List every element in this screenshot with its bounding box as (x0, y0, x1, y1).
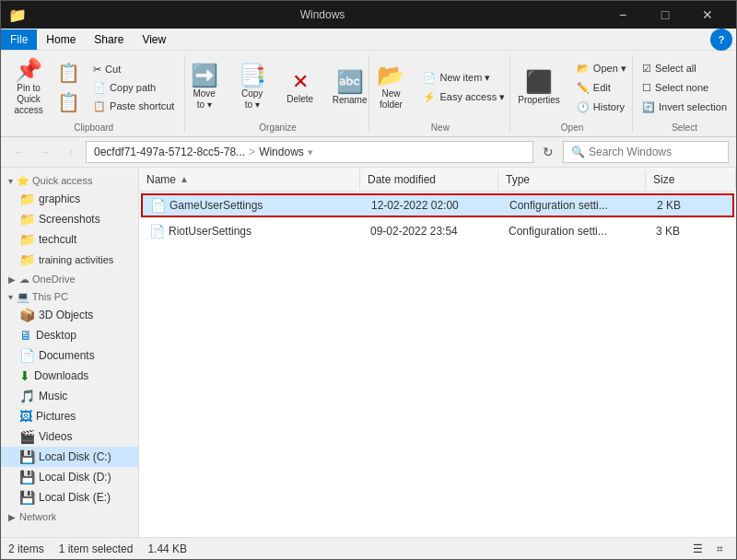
sidebar-item-screenshots[interactable]: 📁 Screenshots (1, 209, 138, 229)
size-info: 1.44 KB (147, 542, 187, 555)
pin-icon: 📌 (15, 59, 42, 81)
history-icon: 🕐 (577, 101, 590, 113)
sidebar-item-graphics[interactable]: 📁 graphics (1, 189, 138, 209)
help-button[interactable]: ? (710, 29, 732, 51)
this-pc-arrow: ▾ (8, 292, 13, 302)
folder-icon: 📁 (19, 212, 35, 227)
network-section[interactable]: ▶ Network (1, 508, 138, 524)
invert-selection-button[interactable]: 🔄 Invert selection (636, 99, 733, 116)
network-label: Network (19, 511, 56, 522)
sidebar-item-desktop[interactable]: 🖥 Desktop (1, 325, 138, 345)
title-bar-text: Windows (43, 8, 602, 21)
this-pc-section[interactable]: ▾ 💻 This PC (1, 287, 138, 305)
network-arrow: ▶ (8, 512, 16, 522)
invert-icon: 🔄 (642, 101, 655, 113)
ribbon-group-clipboard: 📌 Pin to Quickaccess 📋 📋 ✂ (3, 54, 185, 133)
sidebar-item-downloads[interactable]: ⬇ Downloads (1, 366, 138, 386)
folder-icon: 📁 (19, 232, 35, 247)
folder-icon: 🎬 (19, 429, 35, 444)
edit-button[interactable]: ✏️ Edit (570, 79, 633, 97)
select-none-icon: ☐ (642, 82, 651, 94)
main-window: 📁 Windows − □ ✕ File Home Share View ? 📌 (0, 0, 737, 560)
large-icons-view-button[interactable]: ⌗ (710, 540, 729, 558)
rename-button[interactable]: 🔤 Rename (326, 66, 374, 110)
clipboard-items: 📌 Pin to Quickaccess 📋 📋 ✂ (6, 54, 181, 121)
select-none-button[interactable]: ☐ Select none (636, 79, 733, 97)
pin-to-quick-access-button[interactable]: 📌 Pin to Quickaccess (6, 54, 51, 121)
easy-access-button[interactable]: ⚡ Easy access ▾ (416, 88, 511, 106)
quick-access-section[interactable]: ▾ ⭐ Quick access (1, 171, 138, 189)
file-row-riotusersettings[interactable]: 📄 RiotUserSettings 09-02-2022 23:54 Conf… (141, 219, 734, 243)
folder-icon: 📁 (19, 252, 35, 267)
sidebar-item-pictures[interactable]: 🖼 Pictures (1, 406, 138, 426)
paste-button[interactable]: 📋 (53, 88, 85, 116)
copy-button[interactable]: 📋 (53, 59, 85, 87)
col-header-date[interactable]: Date modified (360, 169, 498, 190)
file-type: Configuration setti... (509, 199, 608, 212)
minimize-button[interactable]: − (602, 1, 644, 29)
file-column-headers: Name ▲ Date modified Type Size (139, 168, 736, 192)
onedrive-section[interactable]: ▶ ☁ OneDrive (1, 270, 138, 287)
paste-shortcut-button[interactable]: 📋 Paste shortcut (87, 98, 181, 115)
ribbon-group-organize: ➡️ Moveto ▾ 📑 Copyto ▾ ✕ Delete 🔤 Rename (187, 54, 368, 133)
file-type: Configuration setti... (509, 225, 607, 238)
menu-share[interactable]: Share (85, 29, 133, 50)
open-button[interactable]: 📂 Open ▾ (570, 60, 633, 77)
sidebar-item-local-e[interactable]: 💾 Local Disk (E:) (1, 487, 138, 508)
search-input[interactable] (589, 146, 727, 158)
file-size-cell: 2 KB (649, 197, 732, 214)
menu-home[interactable]: Home (37, 29, 85, 50)
path-separator: > (249, 146, 255, 158)
menu-view[interactable]: View (133, 29, 175, 50)
close-button[interactable]: ✕ (686, 1, 729, 29)
history-button[interactable]: 🕐 History (570, 99, 633, 116)
file-row-gameusersettings[interactable]: 📄 GameUserSettings 12-02-2022 02:00 Conf… (141, 193, 734, 217)
sidebar-item-label: graphics (39, 192, 80, 205)
file-name: GameUserSettings (170, 199, 263, 212)
sidebar-item-3d-objects[interactable]: 📦 3D Objects (1, 305, 138, 325)
maximize-button[interactable]: □ (644, 1, 686, 29)
sidebar-item-label: Local Disk (D:) (39, 471, 111, 484)
easy-access-icon: ⚡ (423, 91, 436, 103)
copy-to-button[interactable]: 📑 Copyto ▾ (230, 60, 275, 115)
details-view-button[interactable]: ☰ (688, 540, 707, 558)
properties-button[interactable]: ⬛ Properties (511, 66, 567, 110)
quick-access-label: ⭐ Quick access (17, 175, 92, 187)
sidebar-item-training[interactable]: 📁 training activities (1, 250, 138, 270)
up-button[interactable]: ↑ (60, 141, 82, 163)
copy-path-button[interactable]: 📄 Copy path (87, 79, 181, 97)
menu-file[interactable]: File (1, 29, 37, 50)
refresh-button[interactable]: ↻ (537, 141, 559, 163)
delete-icon: ✕ (292, 72, 309, 92)
path-dropdown-arrow[interactable]: ▾ (308, 146, 313, 158)
col-header-type[interactable]: Type (498, 169, 646, 190)
sidebar-item-techcult[interactable]: 📁 techcult (1, 229, 138, 250)
sidebar-item-music[interactable]: 🎵 Music (1, 386, 138, 406)
path-prefix: 0ecfdf71-497a-5712-8cc5-78... (94, 146, 245, 158)
sidebar-item-local-c[interactable]: 💾 Local Disk (C:) (1, 447, 138, 467)
cut-button[interactable]: ✂ Cut (87, 61, 181, 78)
new-folder-button[interactable]: 📂 Newfolder (368, 60, 413, 115)
select-all-button[interactable]: ☑ Select all (636, 60, 733, 77)
move-to-button[interactable]: ➡️ Moveto ▾ (182, 60, 227, 115)
folder-icon: ⬇ (19, 368, 30, 383)
sidebar-item-videos[interactable]: 🎬 Videos (1, 426, 138, 447)
view-controls: ☰ ⌗ (688, 540, 729, 558)
address-path[interactable]: 0ecfdf71-497a-5712-8cc5-78... > Windows … (86, 141, 533, 163)
file-date-cell: 09-02-2022 23:54 (363, 223, 501, 239)
sidebar-item-local-d[interactable]: 💾 Local Disk (D:) (1, 467, 138, 487)
copy-path-icon: 📄 (93, 82, 106, 94)
file-date: 09-02-2022 23:54 (370, 225, 458, 238)
forward-button[interactable]: → (34, 141, 56, 163)
sidebar-item-documents[interactable]: 📄 Documents (1, 345, 138, 366)
file-list: 📄 GameUserSettings 12-02-2022 02:00 Conf… (139, 192, 736, 537)
select-secondary: ☑ Select all ☐ Select none 🔄 Invert sele… (636, 60, 733, 116)
delete-button[interactable]: ✕ Delete (278, 67, 322, 109)
back-button[interactable]: ← (8, 141, 30, 163)
organize-items: ➡️ Moveto ▾ 📑 Copyto ▾ ✕ Delete 🔤 Rename (182, 54, 374, 121)
col-header-size[interactable]: Size (646, 169, 736, 190)
sidebar-item-label: Downloads (34, 369, 88, 382)
copy-icon: 📋 (57, 64, 80, 82)
col-header-name[interactable]: Name ▲ (139, 169, 360, 190)
new-item-button[interactable]: 📄 New item ▾ (416, 69, 511, 87)
